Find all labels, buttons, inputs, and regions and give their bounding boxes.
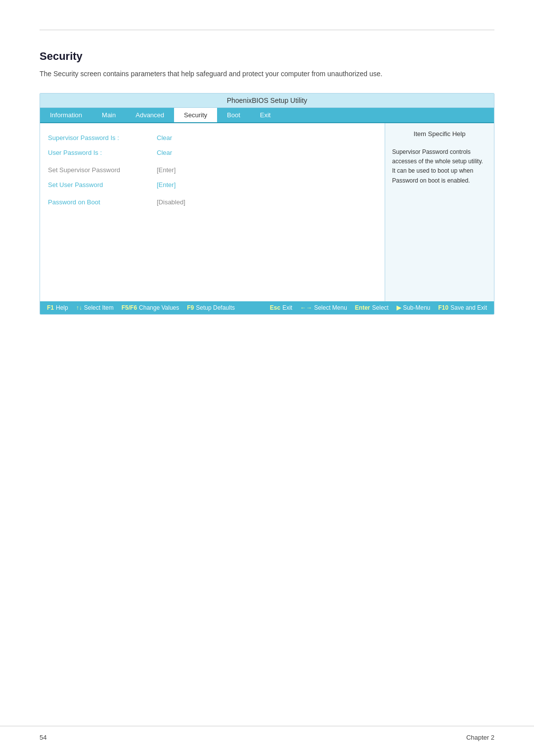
footer-enter-select: Enter Select [355,304,389,311]
help-title: Item Specific Help [392,130,487,138]
set-supervisor-label: Set Supervisor Password [48,165,157,175]
key-arrow-right: ▶ [397,304,401,311]
footer-row-2: Esc Exit ←→ Select Menu Enter Select ▶ S… [270,304,487,311]
bottom-divider [0,726,534,726]
footer-esc-exit: Esc Exit [270,304,292,311]
help-text: Supervisor Password controls accesses of… [392,147,487,186]
page-title: Security [40,50,494,63]
bios-footer: F1 Help ↑↓ Select Item F5/F6 Change Valu… [40,301,494,314]
set-user-label: Set User Password [48,180,157,190]
page-footer: 54 Chapter 2 [40,734,494,741]
set-supervisor-field[interactable]: Set Supervisor Password [Enter] [48,165,377,175]
top-divider [40,30,494,30]
nav-item-information[interactable]: Information [40,108,92,122]
nav-item-exit[interactable]: Exit [250,108,281,122]
user-password-field[interactable]: User Password Is : Clear [48,148,377,158]
bios-setup-box: PhoenixBIOS Setup Utility Information Ma… [40,93,494,315]
footer-f10-save: F10 Save and Exit [438,304,487,311]
bios-fields-panel: Supervisor Password Is : Clear User Pass… [40,123,385,301]
footer-arrows-select-item: ↑↓ Select Item [76,304,114,311]
key-f9: F9 [187,304,194,311]
set-supervisor-value: [Enter] [157,165,176,175]
user-password-value: Clear [157,148,172,158]
nav-item-security[interactable]: Security [174,108,217,122]
label-save-exit: Save and Exit [450,304,487,311]
footer-lr-select-menu: ←→ Select Menu [300,304,347,311]
label-select-menu: Select Menu [314,304,347,311]
label-exit: Exit [282,304,292,311]
label-sub-menu: Sub-Menu [403,304,430,311]
bios-nav: Information Main Advanced Security Boot … [40,108,494,123]
set-user-field[interactable]: Set User Password [Enter] [48,180,377,190]
key-f5f6: F5/F6 [122,304,137,311]
supervisor-password-value: Clear [157,133,172,143]
page-number: 54 [40,734,46,741]
supervisor-password-field[interactable]: Supervisor Password Is : Clear [48,133,377,143]
supervisor-password-label: Supervisor Password Is : [48,133,157,143]
key-enter: Enter [355,304,370,311]
footer-arrow-sub-menu: ▶ Sub-Menu [397,304,430,311]
nav-item-advanced[interactable]: Advanced [126,108,174,122]
page-description: The Security screen contains parameters … [40,69,494,79]
label-change-values: Change Values [139,304,179,311]
footer-row-1: F1 Help ↑↓ Select Item F5/F6 Change Valu… [47,304,235,311]
key-esc: Esc [270,304,280,311]
nav-item-boot[interactable]: Boot [217,108,250,122]
key-lr: ←→ [300,304,312,311]
password-on-boot-value: [Disabled] [157,197,185,207]
bios-title: PhoenixBIOS Setup Utility [227,96,308,104]
user-password-label: User Password Is : [48,148,157,158]
label-help: Help [56,304,68,311]
key-arrows: ↑↓ [76,304,82,311]
password-on-boot-label: Password on Boot [48,197,157,207]
chapter-label: Chapter 2 [466,734,494,741]
label-setup-defaults: Setup Defaults [196,304,235,311]
key-f1: F1 [47,304,54,311]
bios-title-bar: PhoenixBIOS Setup Utility [40,94,494,108]
nav-item-main[interactable]: Main [92,108,126,122]
password-on-boot-field[interactable]: Password on Boot [Disabled] [48,197,377,207]
footer-f9-setup: F9 Setup Defaults [187,304,235,311]
key-f10: F10 [438,304,448,311]
bios-help-panel: Item Specific Help Supervisor Password c… [385,123,494,301]
footer-f5f6-change: F5/F6 Change Values [122,304,179,311]
label-select: Select [372,304,389,311]
footer-f1-help: F1 Help [47,304,68,311]
password-status-group: Supervisor Password Is : Clear User Pass… [48,133,377,157]
set-user-value: [Enter] [157,180,176,190]
bios-content-area: Supervisor Password Is : Clear User Pass… [40,123,494,301]
page-container: Security The Security screen contains pa… [0,0,534,349]
set-password-group: Set Supervisor Password [Enter] Set User… [48,165,377,189]
label-select-item: Select Item [84,304,114,311]
